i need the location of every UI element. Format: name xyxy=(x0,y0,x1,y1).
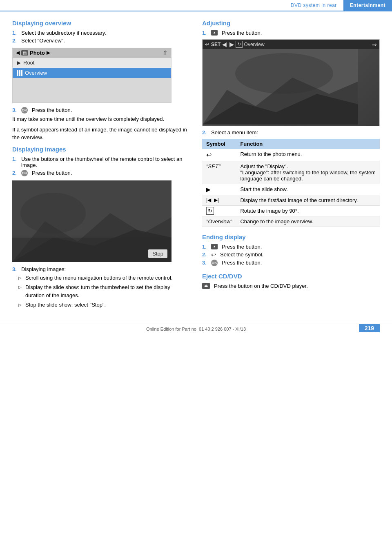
right-column: Adjusting 1. ▲ Press the button. ↩ SET ◀… xyxy=(202,20,380,311)
topbar-corner-icon: ⇑ xyxy=(163,49,168,56)
section-ending-display: Ending display 1. ▲ Press the button. 2.… xyxy=(202,234,380,266)
photo-svg xyxy=(12,180,172,262)
eject-step: ⏏ Press the button on the CD/DVD player. xyxy=(202,283,380,289)
ok-icon-3: OK xyxy=(211,260,218,266)
topbar-next-icon: |▶ xyxy=(229,42,234,47)
func-skip: Display the first/last image of the curr… xyxy=(236,195,380,206)
topbar-scroll-icon: ⇒ xyxy=(372,41,377,48)
sym-overview-text: "Overview" xyxy=(202,216,236,227)
eject-text: Press the button on the CD/DVD player. xyxy=(214,283,308,289)
step-2-overview: 2. Select "Overview". xyxy=(12,38,190,44)
left-column: Displaying overview 1. Select the subdir… xyxy=(12,20,190,311)
topbar-icon: ▤ xyxy=(21,50,28,56)
adj-step-2-text: Select a menu item: xyxy=(211,129,380,136)
topbar-prev-icon: ◀| xyxy=(222,42,227,47)
stop-badge: Stop xyxy=(148,249,167,258)
page-header: DVD system in rear Entertainment xyxy=(0,0,392,11)
adj-step-2: 2. Select a menu item: xyxy=(202,129,380,136)
eject-icon: ⏏ xyxy=(202,283,210,289)
step-3-text: Press the button. xyxy=(32,107,190,113)
right-photo-inner xyxy=(203,49,379,126)
sym-return: ↩ xyxy=(202,149,236,161)
step-2-num: 2. xyxy=(12,38,19,44)
table-row: ▶ Start the slide show. xyxy=(202,184,380,195)
ending-step-1-num: 1. xyxy=(202,244,209,250)
adj-step-1: 1. ▲ Press the button. xyxy=(202,30,380,36)
func-overview: Change to the image overview. xyxy=(236,216,380,227)
footer-text: Online Edition for Part no. 01 40 2 926 … xyxy=(146,327,246,331)
func-return: Return to the photo menu. xyxy=(236,149,380,161)
table-row: |◀ ▶| Display the first/last image of th… xyxy=(202,195,380,206)
dvd-menu-empty-area xyxy=(13,78,171,102)
step-2-text: Select "Overview". xyxy=(21,38,190,44)
ending-step-2-text: Select the symbol. xyxy=(220,251,380,258)
table-row: "Overview" Change to the image overview. xyxy=(202,216,380,227)
step-1i-num: 1. xyxy=(12,156,19,168)
step-3i-text: Displaying images: xyxy=(21,266,190,272)
step-2i-text: Press the button. xyxy=(32,170,190,176)
func-play: Start the slide show. xyxy=(236,184,380,195)
ending-step-2-num: 2. xyxy=(202,251,209,258)
adj-step-1-num: 1. xyxy=(202,30,209,36)
ending-step-3: 3. OK Press the button. xyxy=(202,260,380,266)
ending-step-3-num: 3. xyxy=(202,260,209,266)
topbar-set-label: SET xyxy=(211,42,220,47)
step-1-images: 1. Use the buttons or the thumbwheel of … xyxy=(12,156,190,168)
section-title-overview: Displaying overview xyxy=(12,20,190,27)
ending-step-2: 2. ↩ Select the symbol. xyxy=(202,251,380,258)
bullet-stop: Stop the slide show: select "Stop". xyxy=(20,301,190,309)
bullet-scroll: Scroll using the menu navigation buttons… xyxy=(20,274,190,282)
ending-step-1-text: Press the button. xyxy=(222,244,380,250)
dvd-menu-row-overview: Overview xyxy=(13,68,171,78)
step-2i-num: 2. xyxy=(12,170,19,176)
topbar-right-arrow: ▶ xyxy=(47,50,50,56)
step-3i-num: 3. xyxy=(12,266,19,272)
step-1-num: 1. xyxy=(12,30,19,36)
sym-play: ▶ xyxy=(202,184,236,195)
overview-label: Overview xyxy=(25,70,47,76)
table-header-row: Symbol Function xyxy=(202,139,380,149)
func-set-line2: "Language": after switching to the top w… xyxy=(240,169,376,182)
section-title-eject: Eject CD/DVD xyxy=(202,273,380,280)
return-icon-small: ↩ xyxy=(211,251,216,258)
ok-icon: OK xyxy=(21,107,28,113)
ok-icon-2: OK xyxy=(21,170,28,176)
topbar-photo-label: Photo xyxy=(30,50,45,56)
page-number-container: 219 xyxy=(359,324,380,332)
page-footer: Online Edition for Part no. 01 40 2 926 … xyxy=(0,323,392,335)
func-set-line1: Adjust the "Display". xyxy=(240,163,288,169)
bullet-slideshow: Display the slide show: turn the thumbwh… xyxy=(20,283,190,299)
section-title-adjusting: Adjusting xyxy=(202,20,380,27)
table-row: "SET" Adjust the "Display". "Language": … xyxy=(202,161,380,184)
step-3-num: 3. xyxy=(12,107,19,113)
root-arrow: ▶ xyxy=(17,60,21,66)
sym-rotate: ↻ xyxy=(202,206,236,216)
ending-step-1: 1. ▲ Press the button. xyxy=(202,244,380,250)
adj-step-1-text: Press the button. xyxy=(222,30,380,36)
section-eject: Eject CD/DVD ⏏ Press the button on the C… xyxy=(202,273,380,289)
dvd-menu-row-root: ▶ Root xyxy=(13,58,171,68)
page-number: 219 xyxy=(365,325,374,331)
topbar-overview-label: Overview xyxy=(244,42,265,47)
section-displaying-images: Displaying images 1. Use the buttons or … xyxy=(12,146,190,309)
photo-image-area: Stop xyxy=(12,180,172,262)
section-displaying-overview: Displaying overview 1. Select the subdir… xyxy=(12,20,190,142)
func-set: Adjust the "Display". "Language": after … xyxy=(236,161,380,184)
table-row: ↩ Return to the photo menu. xyxy=(202,149,380,161)
section-title-ending: Ending display xyxy=(202,234,380,240)
topbar-rotate-icon: ↻ xyxy=(236,41,243,48)
para-time: It may take some time until the overview… xyxy=(12,115,190,123)
section-adjusting: Adjusting 1. ▲ Press the button. ↩ SET ◀… xyxy=(202,20,380,227)
right-photo-container: ↩ SET ◀| |▶ ↻ Overview ⇒ xyxy=(202,39,380,126)
sym-set: "SET" xyxy=(202,161,236,184)
func-rotate: Rotate the image by 90°. xyxy=(236,206,380,216)
section-title-images: Displaying images xyxy=(12,146,190,153)
right-photo-topbar: ↩ SET ◀| |▶ ↻ Overview ⇒ xyxy=(203,40,379,49)
col-symbol: Symbol xyxy=(202,139,236,149)
dvd-menu-topbar: ◀ ▤ Photo ▶ ⇑ xyxy=(13,48,171,58)
step-3-overview: 3. OK Press the button. xyxy=(12,107,190,113)
col-function: Function xyxy=(236,139,380,149)
bmw-icon-2: ▲ xyxy=(211,244,218,249)
photo-inner xyxy=(12,180,172,262)
step-1i-text: Use the buttons or the thumbwheel of the… xyxy=(21,156,190,168)
